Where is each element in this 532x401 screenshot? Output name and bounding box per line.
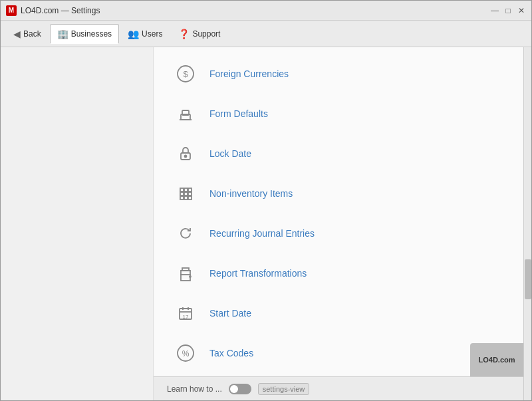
close-button[interactable]: ✕ (517, 6, 526, 15)
settings-list: $ Foreign Currencies Form Defaults Lock … (154, 47, 523, 376)
svg-rect-13 (180, 196, 184, 200)
start-date-icon: 17 (174, 301, 198, 325)
settings-item-start-date[interactable]: 17 Start Date (167, 293, 510, 333)
svg-rect-10 (180, 192, 184, 196)
svg-rect-12 (188, 192, 192, 196)
recurring-journal-entries-label: Recurring Journal Entries (209, 228, 315, 239)
users-icon: 👥 (128, 29, 139, 39)
support-icon: ❓ (178, 29, 190, 39)
settings-item-report-transformations[interactable]: Report Transformations (167, 253, 510, 293)
svg-rect-11 (184, 192, 188, 196)
app-window: M LO4D.com — Settings — □ ✕ ◀ Back 🏢 Bus… (0, 0, 532, 401)
form-defaults-label: Form Defaults (209, 108, 268, 119)
settings-item-non-inventory-items[interactable]: Non-inventory Items (167, 174, 510, 213)
svg-rect-16 (181, 275, 190, 281)
window-title: LO4D.com — Settings (21, 6, 490, 15)
settings-view-link[interactable]: settings-view (258, 383, 310, 395)
businesses-icon: 🏢 (57, 29, 68, 39)
svg-text:17: 17 (183, 314, 189, 320)
watermark-text: LO4D.com (478, 356, 515, 364)
learn-label: Learn how to ... (167, 384, 222, 394)
start-date-label: Start Date (209, 308, 251, 319)
scrollbar-track[interactable] (523, 47, 531, 400)
toolbar: ◀ Back 🏢 Businesses 👥 Users ❓ Support (1, 21, 531, 47)
tax-codes-label: Tax Codes (209, 348, 253, 358)
svg-rect-15 (188, 196, 192, 200)
lock-date-icon (174, 142, 198, 166)
bottom-bar: Learn how to ... settings-view (154, 376, 523, 400)
window-controls: — □ ✕ (490, 6, 526, 15)
foreign-currencies-icon: $ (174, 62, 198, 86)
settings-item-tax-codes[interactable]: % Tax Codes (167, 333, 510, 373)
scrollbar-thumb[interactable] (525, 259, 531, 299)
svg-text:%: % (182, 349, 190, 358)
recurring-journal-entries-icon (174, 221, 198, 245)
svg-rect-8 (184, 188, 188, 192)
svg-rect-9 (188, 188, 192, 192)
app-icon: M (6, 5, 17, 16)
foreign-currencies-label: Foreign Currencies (209, 68, 289, 79)
minimize-button[interactable]: — (490, 6, 499, 15)
toggle-knob (230, 385, 238, 393)
svg-rect-17 (182, 268, 189, 271)
svg-text:$: $ (183, 69, 188, 79)
svg-rect-7 (180, 188, 184, 192)
lock-date-label: Lock Date (209, 148, 251, 159)
report-transformations-icon (174, 261, 198, 285)
title-bar: M LO4D.com — Settings — □ ✕ (1, 1, 531, 21)
businesses-button[interactable]: 🏢 Businesses (50, 24, 119, 44)
sidebar (1, 47, 154, 400)
non-inventory-items-label: Non-inventory Items (209, 188, 293, 199)
support-button[interactable]: ❓ Support (171, 24, 227, 44)
form-defaults-icon (174, 102, 198, 126)
content-area: $ Foreign Currencies Form Defaults Lock … (154, 47, 523, 400)
watermark: LO4D.com (470, 343, 523, 376)
settings-item-recurring-journal-entries[interactable]: Recurring Journal Entries (167, 213, 510, 253)
non-inventory-items-icon (174, 182, 198, 205)
tax-codes-icon: % (174, 341, 198, 365)
svg-point-6 (185, 156, 187, 158)
settings-item-lock-date[interactable]: Lock Date (167, 134, 510, 174)
back-icon: ◀ (13, 29, 21, 39)
report-transformations-label: Report Transformations (209, 268, 307, 279)
svg-point-18 (190, 276, 191, 277)
maximize-button[interactable]: □ (503, 6, 513, 15)
learn-toggle[interactable] (229, 384, 251, 394)
users-button[interactable]: 👥 Users (120, 24, 170, 44)
back-button[interactable]: ◀ Back (6, 24, 49, 44)
settings-item-foreign-currencies[interactable]: $ Foreign Currencies (167, 54, 510, 94)
main-content: $ Foreign Currencies Form Defaults Lock … (1, 47, 531, 400)
svg-rect-14 (184, 196, 188, 200)
settings-item-form-defaults[interactable]: Form Defaults (167, 94, 510, 134)
